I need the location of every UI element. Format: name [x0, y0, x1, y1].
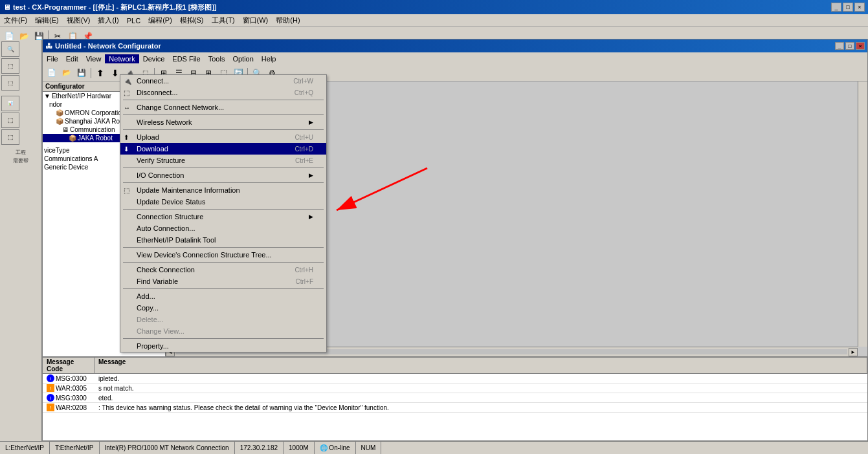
menu-change-connect[interactable]: ↔ Change Connect Network... [120, 102, 326, 113]
status-ip: 172.30.2.182 [235, 442, 284, 454]
left-btn-6[interactable]: ⬚ [1, 129, 19, 145]
menu-view-tree[interactable]: View Device's Connection Structure Tree.… [120, 249, 326, 261]
left-btn-5[interactable]: ⬚ [1, 113, 19, 128]
nc-menu-device[interactable]: Device [139, 54, 169, 63]
cx-menu-file[interactable]: 文件(F) [0, 14, 31, 27]
auto-conn-label: Auto Connection... [137, 224, 195, 232]
nc-tb-save[interactable]: 💾 [74, 67, 89, 80]
nc-menu-eds[interactable]: EDS File [168, 54, 204, 63]
left-label-2: 需要帮 [1, 157, 40, 164]
nc-maximize-btn[interactable]: □ [845, 42, 854, 50]
log-code-3: WAR:0208 [56, 404, 87, 411]
cx-minimize-btn[interactable]: _ [831, 3, 841, 12]
nc-menu-tools[interactable]: Tools [205, 54, 229, 63]
nc-menu-file[interactable]: File [43, 54, 62, 63]
cx-menubar: 文件(F) 编辑(E) 视图(V) 插入(I) PLC 编程(P) 模拟(S) … [0, 14, 868, 27]
cx-maximize-btn[interactable]: □ [843, 3, 853, 12]
menu-upload[interactable]: ⬆ Upload Ctrl+U [120, 131, 326, 143]
nc-menu-view[interactable]: View [82, 54, 106, 63]
menu-update-maint[interactable]: ⬚ Update Maintenance Information [120, 184, 326, 196]
find-var-shortcut: Ctrl+F [296, 278, 314, 285]
verify-label: Verify Structure [137, 157, 185, 164]
v-scrollbar[interactable] [858, 81, 867, 347]
nc-menubar: File Edit View Network Device EDS File T… [43, 52, 867, 65]
menu-ethernet-tool[interactable]: EtherNet/IP Datalink Tool [120, 234, 326, 246]
left-icon-4a: 📊 [8, 101, 14, 106]
nc-minimize-btn[interactable]: _ [835, 42, 844, 50]
change-view-label: Change View... [137, 327, 184, 335]
menu-find-var[interactable]: Find Variable Ctrl+F [120, 276, 326, 287]
cx-menu-tools[interactable]: 工具(T) [208, 14, 239, 27]
left-toolbar: 🔍 ⬚ ⬚ 📊 ⬚ ⬚ 工程 需要帮 [0, 40, 42, 441]
tree-label-vtype: viceType [44, 147, 69, 154]
cx-menu-program[interactable]: 编程(P) [144, 14, 176, 27]
scroll-right-btn[interactable]: ► [849, 348, 858, 356]
cx-menu-plc[interactable]: PLC [123, 16, 144, 26]
tree-label-robot: JAKA Robot [78, 135, 113, 142]
sep-4 [123, 168, 324, 168]
log-msg-3: : This device has warning status. Please… [96, 404, 866, 411]
connect-icon: 🔌 [124, 78, 131, 85]
property-label: Property... [137, 342, 169, 350]
add-label: Add... [137, 292, 155, 300]
warn-icon-3: ! [47, 404, 54, 411]
cx-menu-help[interactable]: 帮助(H) [272, 14, 304, 27]
tree-icon-jaka: 📦 [56, 118, 63, 125]
tree-label-vendor: ndor [49, 101, 62, 108]
nc-menu-edit[interactable]: Edit [62, 54, 82, 63]
menu-connect[interactable]: 🔌 Connect... Ctrl+W [120, 75, 326, 87]
cx-menu-simulate[interactable]: 模拟(S) [176, 14, 208, 27]
tree-label-omron: OMRON Corporatio [65, 109, 122, 116]
menu-verify[interactable]: Verify Structure Ctrl+E [120, 155, 326, 166]
menu-wireless[interactable]: Wireless Network ▶ [120, 116, 326, 128]
log-code-0: MSG:0300 [56, 375, 87, 382]
cx-menu-insert[interactable]: 插入(I) [94, 14, 122, 27]
status-online: 🌐 On-line [315, 442, 356, 454]
status-l-ethernet: L:EtherNet/IP [0, 442, 50, 454]
download-label: Download [137, 145, 168, 153]
verify-shortcut: Ctrl+E [295, 157, 313, 164]
connect-shortcut: Ctrl+W [293, 78, 313, 85]
statusbar: L:EtherNet/IP T:EtherNet/IP Intel(R) PRO… [0, 441, 868, 454]
menu-io-connection[interactable]: I/O Connection ▶ [120, 169, 326, 181]
left-btn-2[interactable]: ⬚ [1, 58, 19, 74]
nc-menu-help[interactable]: Help [258, 54, 280, 63]
menu-property[interactable]: Property... [120, 340, 326, 352]
cx-menu-window[interactable]: 窗口(W) [239, 14, 273, 27]
cx-close-btn[interactable]: × [854, 3, 865, 12]
cx-programmer-titlebar: 🖥 test - CX-Programmer - [[停止] - 新PLC1.新… [0, 0, 868, 14]
log-row-2: i MSG:0300 eted. [43, 393, 867, 403]
log-cell-code-1: ! WAR:0305 [44, 384, 96, 392]
sep-1 [123, 100, 324, 100]
menu-conn-structure[interactable]: Connection Structure ▶ [120, 211, 326, 222]
check-conn-shortcut: Ctrl+H [295, 266, 313, 274]
upload-icon: ⬆ [124, 134, 129, 141]
nc-tb-open[interactable]: 📂 [60, 67, 74, 80]
menu-download[interactable]: ⬇ Download Ctrl+D [120, 143, 326, 155]
tree-label-comms-a: Communications A [44, 155, 98, 162]
cx-menu-edit[interactable]: 编辑(E) [31, 14, 63, 27]
zoom-btn[interactable]: 🔍 [1, 41, 19, 57]
left-btn-3[interactable]: ⬚ [1, 75, 19, 91]
log-code-2: MSG:0300 [56, 395, 87, 402]
nc-titlebar: 🖧 Untitled - Network Configurator _ □ × [43, 39, 867, 52]
tree-icon-omron: 📦 [56, 109, 63, 116]
menu-disconnect[interactable]: ⬚ Disconnect... Ctrl+Q [120, 87, 326, 98]
menu-check-conn[interactable]: Check Connection Ctrl+H [120, 264, 326, 276]
nc-close-btn[interactable]: × [856, 42, 865, 50]
nc-menu-option[interactable]: Option [228, 54, 257, 63]
nc-tb-new[interactable]: 📄 [45, 67, 59, 80]
wireless-label: Wireless Network [137, 118, 192, 126]
wireless-arrow: ▶ [309, 119, 313, 125]
menu-copy[interactable]: Copy... [120, 302, 326, 314]
left-btn-4[interactable]: 📊 [1, 96, 19, 111]
menu-add[interactable]: Add... [120, 290, 326, 302]
tree-label-header: EtherNet/IP Hardwar [52, 92, 111, 100]
menu-auto-conn[interactable]: Auto Connection... [120, 222, 326, 234]
menu-update-device[interactable]: Update Device Status [120, 196, 326, 208]
nc-title: Untitled - Network Configurator [55, 42, 161, 50]
update-maint-icon: ⬚ [124, 187, 129, 194]
nc-tb-upload[interactable]: ⬆ [93, 67, 107, 80]
nc-menu-network[interactable]: Network [105, 54, 139, 63]
cx-menu-view[interactable]: 视图(V) [63, 14, 95, 27]
